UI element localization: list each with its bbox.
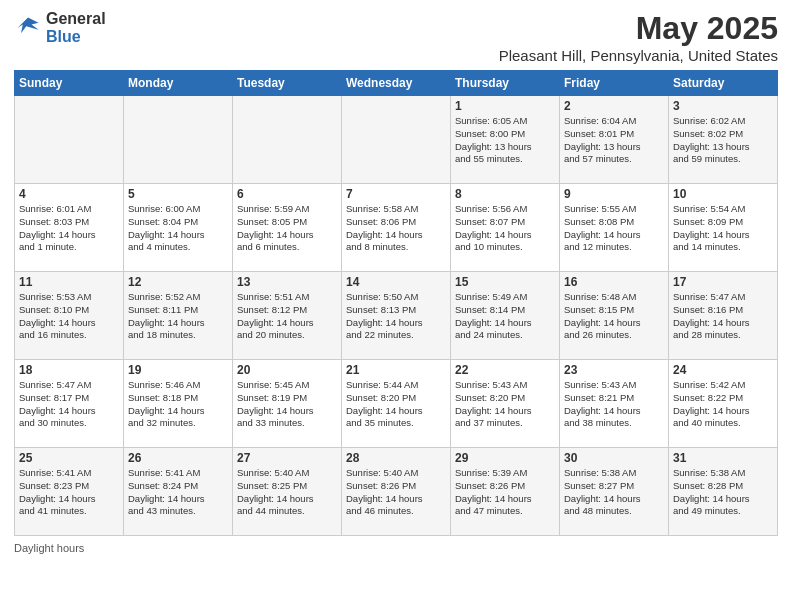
day-info: Sunrise: 5:49 AMSunset: 8:14 PMDaylight:… [455,291,555,342]
footer: Daylight hours [14,542,778,554]
col-header-thursday: Thursday [451,71,560,96]
calendar-cell [233,96,342,184]
day-info: Sunrise: 5:44 AMSunset: 8:20 PMDaylight:… [346,379,446,430]
day-number: 14 [346,275,446,289]
calendar-cell: 16Sunrise: 5:48 AMSunset: 8:15 PMDayligh… [560,272,669,360]
col-header-tuesday: Tuesday [233,71,342,96]
day-number: 7 [346,187,446,201]
col-header-wednesday: Wednesday [342,71,451,96]
day-info: Sunrise: 5:51 AMSunset: 8:12 PMDaylight:… [237,291,337,342]
day-number: 1 [455,99,555,113]
calendar-cell: 17Sunrise: 5:47 AMSunset: 8:16 PMDayligh… [669,272,778,360]
day-number: 25 [19,451,119,465]
calendar-cell [342,96,451,184]
calendar-cell: 7Sunrise: 5:58 AMSunset: 8:06 PMDaylight… [342,184,451,272]
day-info: Sunrise: 5:43 AMSunset: 8:20 PMDaylight:… [455,379,555,430]
day-number: 19 [128,363,228,377]
day-info: Sunrise: 5:38 AMSunset: 8:28 PMDaylight:… [673,467,773,518]
calendar-cell [124,96,233,184]
logo-icon [14,14,42,42]
day-number: 13 [237,275,337,289]
day-info: Sunrise: 5:39 AMSunset: 8:26 PMDaylight:… [455,467,555,518]
day-number: 23 [564,363,664,377]
day-info: Sunrise: 5:41 AMSunset: 8:24 PMDaylight:… [128,467,228,518]
logo-blue-text: Blue [46,28,106,46]
main-title: May 2025 [499,10,778,47]
header: General Blue May 2025 Pleasant Hill, Pen… [14,10,778,64]
calendar-cell: 6Sunrise: 5:59 AMSunset: 8:05 PMDaylight… [233,184,342,272]
day-info: Sunrise: 6:00 AMSunset: 8:04 PMDaylight:… [128,203,228,254]
day-number: 11 [19,275,119,289]
day-number: 5 [128,187,228,201]
calendar-cell: 22Sunrise: 5:43 AMSunset: 8:20 PMDayligh… [451,360,560,448]
day-info: Sunrise: 5:40 AMSunset: 8:26 PMDaylight:… [346,467,446,518]
day-number: 26 [128,451,228,465]
calendar-cell: 18Sunrise: 5:47 AMSunset: 8:17 PMDayligh… [15,360,124,448]
page: General Blue May 2025 Pleasant Hill, Pen… [0,0,792,612]
day-number: 21 [346,363,446,377]
day-number: 15 [455,275,555,289]
week-row-5: 25Sunrise: 5:41 AMSunset: 8:23 PMDayligh… [15,448,778,536]
day-info: Sunrise: 5:59 AMSunset: 8:05 PMDaylight:… [237,203,337,254]
week-row-1: 1Sunrise: 6:05 AMSunset: 8:00 PMDaylight… [15,96,778,184]
day-info: Sunrise: 5:55 AMSunset: 8:08 PMDaylight:… [564,203,664,254]
week-row-3: 11Sunrise: 5:53 AMSunset: 8:10 PMDayligh… [15,272,778,360]
day-info: Sunrise: 5:58 AMSunset: 8:06 PMDaylight:… [346,203,446,254]
calendar-cell: 28Sunrise: 5:40 AMSunset: 8:26 PMDayligh… [342,448,451,536]
day-number: 4 [19,187,119,201]
day-info: Sunrise: 5:53 AMSunset: 8:10 PMDaylight:… [19,291,119,342]
day-info: Sunrise: 5:56 AMSunset: 8:07 PMDaylight:… [455,203,555,254]
day-number: 22 [455,363,555,377]
day-number: 17 [673,275,773,289]
day-info: Sunrise: 5:52 AMSunset: 8:11 PMDaylight:… [128,291,228,342]
day-number: 3 [673,99,773,113]
day-number: 2 [564,99,664,113]
day-info: Sunrise: 5:47 AMSunset: 8:17 PMDaylight:… [19,379,119,430]
day-number: 31 [673,451,773,465]
day-number: 24 [673,363,773,377]
day-info: Sunrise: 6:04 AMSunset: 8:01 PMDaylight:… [564,115,664,166]
col-header-sunday: Sunday [15,71,124,96]
day-info: Sunrise: 5:46 AMSunset: 8:18 PMDaylight:… [128,379,228,430]
day-number: 16 [564,275,664,289]
calendar-cell: 21Sunrise: 5:44 AMSunset: 8:20 PMDayligh… [342,360,451,448]
col-header-friday: Friday [560,71,669,96]
calendar-cell: 19Sunrise: 5:46 AMSunset: 8:18 PMDayligh… [124,360,233,448]
calendar-cell: 31Sunrise: 5:38 AMSunset: 8:28 PMDayligh… [669,448,778,536]
col-header-saturday: Saturday [669,71,778,96]
day-number: 28 [346,451,446,465]
calendar-cell: 11Sunrise: 5:53 AMSunset: 8:10 PMDayligh… [15,272,124,360]
day-number: 6 [237,187,337,201]
calendar-cell: 23Sunrise: 5:43 AMSunset: 8:21 PMDayligh… [560,360,669,448]
calendar-cell: 14Sunrise: 5:50 AMSunset: 8:13 PMDayligh… [342,272,451,360]
day-number: 12 [128,275,228,289]
calendar-cell: 2Sunrise: 6:04 AMSunset: 8:01 PMDaylight… [560,96,669,184]
week-row-2: 4Sunrise: 6:01 AMSunset: 8:03 PMDaylight… [15,184,778,272]
day-info: Sunrise: 6:01 AMSunset: 8:03 PMDaylight:… [19,203,119,254]
day-info: Sunrise: 5:48 AMSunset: 8:15 PMDaylight:… [564,291,664,342]
day-info: Sunrise: 6:05 AMSunset: 8:00 PMDaylight:… [455,115,555,166]
calendar-cell: 25Sunrise: 5:41 AMSunset: 8:23 PMDayligh… [15,448,124,536]
title-area: May 2025 Pleasant Hill, Pennsylvania, Un… [499,10,778,64]
day-number: 20 [237,363,337,377]
calendar-cell: 24Sunrise: 5:42 AMSunset: 8:22 PMDayligh… [669,360,778,448]
calendar-cell: 29Sunrise: 5:39 AMSunset: 8:26 PMDayligh… [451,448,560,536]
calendar-cell: 1Sunrise: 6:05 AMSunset: 8:00 PMDaylight… [451,96,560,184]
calendar-cell: 3Sunrise: 6:02 AMSunset: 8:02 PMDaylight… [669,96,778,184]
day-number: 29 [455,451,555,465]
day-number: 10 [673,187,773,201]
calendar-header-row: SundayMondayTuesdayWednesdayThursdayFrid… [15,71,778,96]
day-info: Sunrise: 5:41 AMSunset: 8:23 PMDaylight:… [19,467,119,518]
daylight-label: Daylight hours [14,542,84,554]
logo-text: General Blue [46,10,106,45]
day-info: Sunrise: 5:54 AMSunset: 8:09 PMDaylight:… [673,203,773,254]
calendar-cell: 15Sunrise: 5:49 AMSunset: 8:14 PMDayligh… [451,272,560,360]
day-number: 8 [455,187,555,201]
day-number: 9 [564,187,664,201]
week-row-4: 18Sunrise: 5:47 AMSunset: 8:17 PMDayligh… [15,360,778,448]
col-header-monday: Monday [124,71,233,96]
calendar-cell [15,96,124,184]
logo: General Blue [14,10,106,45]
day-info: Sunrise: 6:02 AMSunset: 8:02 PMDaylight:… [673,115,773,166]
calendar-cell: 4Sunrise: 6:01 AMSunset: 8:03 PMDaylight… [15,184,124,272]
